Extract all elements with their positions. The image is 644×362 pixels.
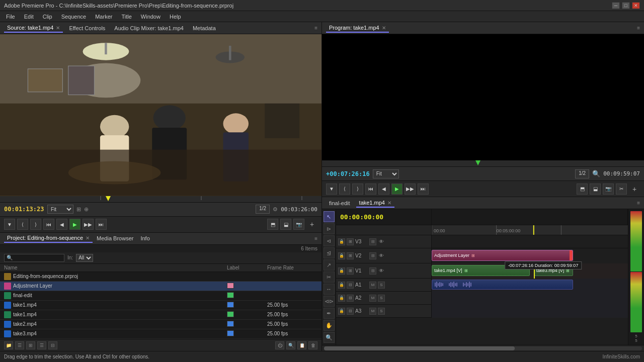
- auto-match-btn[interactable]: ⏻: [275, 341, 284, 349]
- v1-lock[interactable]: 🔒: [338, 267, 345, 275]
- project-panel-menu[interactable]: ≡: [314, 236, 317, 241]
- source-play-back-btn[interactable]: ◀: [56, 219, 67, 230]
- rolling-edit[interactable]: ⊴: [324, 247, 335, 258]
- a2-solo[interactable]: S: [378, 295, 385, 302]
- list-item[interactable]: take1.mp4 25.00 fps: [0, 310, 321, 320]
- source-play-btn[interactable]: ▶: [69, 219, 80, 230]
- source-go-in-btn[interactable]: ⏮: [43, 219, 54, 230]
- tab-audio-mixer[interactable]: Audio Clip Mixer: take1.mp4: [111, 24, 187, 32]
- source-timecode[interactable]: 00:01:13:23: [4, 206, 44, 213]
- close-btn[interactable]: ✕: [632, 2, 640, 9]
- a3-lock[interactable]: 🔒: [338, 308, 345, 315]
- tab-program[interactable]: Program: take1.mp4 ✕: [326, 24, 389, 33]
- program-add-btn[interactable]: +: [629, 184, 640, 195]
- rate-stretch[interactable]: ↗: [324, 259, 335, 270]
- menu-window[interactable]: Window: [137, 13, 165, 21]
- v2-sync[interactable]: ⊞: [347, 252, 354, 259]
- list-item[interactable]: Adjustment Layer: [0, 282, 321, 291]
- hand-tool[interactable]: ✋: [324, 320, 335, 331]
- program-step-fwd-btn[interactable]: ⟩: [352, 184, 363, 195]
- v2-lock[interactable]: 🔒: [338, 252, 345, 259]
- track-body-v1[interactable]: take1.mp4 [V] ⊞ take3.mp4 [V] ⊞: [432, 263, 628, 279]
- source-overwrite-btn[interactable]: ⬓: [280, 219, 291, 230]
- v3-sync[interactable]: ⊞: [347, 238, 354, 245]
- slip-tool[interactable]: ↔: [324, 284, 335, 295]
- menu-edit[interactable]: Edit: [20, 13, 38, 21]
- source-camera-btn[interactable]: 📷: [293, 219, 304, 230]
- list-item[interactable]: take2.mp4 25.00 fps: [0, 320, 321, 329]
- col-frame-rate[interactable]: Frame Rate: [267, 265, 317, 270]
- track-select-fwd[interactable]: ⊳: [324, 223, 335, 234]
- source-panel-menu[interactable]: ≡: [314, 25, 317, 31]
- program-mark-in-btn[interactable]: ▼: [326, 184, 337, 195]
- v1-sync[interactable]: ⊞: [347, 267, 354, 275]
- menu-clip[interactable]: Clip: [39, 13, 56, 21]
- clear-btn[interactable]: 🗑: [308, 341, 317, 349]
- take1-clip[interactable]: take1.mp4 [V] ⊞: [432, 265, 530, 276]
- source-safe-icon[interactable]: ⊞: [76, 206, 81, 213]
- search-input[interactable]: [4, 254, 64, 262]
- list-item[interactable]: Editing-from-sequence.prproj: [0, 272, 321, 282]
- program-trim-btn[interactable]: ✂: [616, 184, 627, 195]
- v3-lock[interactable]: 🔒: [338, 238, 345, 245]
- track-body-v2[interactable]: Adjustment Layer ⊞ -00:07:26:16 Duration…: [432, 248, 628, 263]
- col-label[interactable]: Label: [227, 265, 267, 270]
- tab-final-edit[interactable]: final-edit: [326, 199, 353, 207]
- a1-lock[interactable]: 🔒: [338, 282, 345, 289]
- tab-info[interactable]: Info: [137, 234, 152, 242]
- timeline-timecode[interactable]: 00:00:00:00: [340, 213, 383, 221]
- a2-sync[interactable]: ⊟: [347, 295, 354, 302]
- source-go-out-btn[interactable]: ⏭: [96, 219, 107, 230]
- adjustment-layer-clip[interactable]: Adjustment Layer ⊞: [432, 250, 573, 261]
- v3-toggle[interactable]: ⊟: [369, 238, 376, 245]
- scrollbar-thumb[interactable]: [324, 346, 515, 350]
- a1-solo[interactable]: S: [378, 282, 385, 289]
- source-add-btn[interactable]: +: [306, 219, 317, 230]
- icon-view-btn[interactable]: ⊞: [26, 341, 35, 349]
- list-item[interactable]: take3.mp4 25.00 fps: [0, 329, 321, 339]
- source-mark-in-btn[interactable]: ▼: [4, 219, 15, 230]
- v1-eye[interactable]: 👁: [378, 267, 385, 275]
- a3-sync[interactable]: ⊟: [347, 308, 354, 315]
- program-scope-icon[interactable]: 🔍: [592, 170, 600, 177]
- audio-clip-a1[interactable]: [432, 280, 573, 290]
- a3-mute[interactable]: M: [369, 308, 376, 315]
- program-step-back-btn[interactable]: ⟨: [339, 184, 350, 195]
- menu-sequence[interactable]: Sequence: [57, 13, 91, 21]
- track-body-a3[interactable]: [432, 305, 628, 318]
- a1-mute[interactable]: M: [369, 282, 376, 289]
- tab-source[interactable]: Source: take1.mp4 ✕: [4, 24, 63, 33]
- v3-eye[interactable]: 👁: [378, 238, 385, 245]
- source-insert-btn[interactable]: ⬒: [267, 219, 278, 230]
- program-fit-select[interactable]: Fit 25% 50% 100%: [373, 169, 399, 178]
- metadata-view-btn[interactable]: ⊟: [48, 341, 57, 349]
- select-tool[interactable]: ↖: [324, 211, 335, 222]
- list-view-btn[interactable]: ☰: [37, 341, 46, 349]
- program-play-back-btn[interactable]: ◀: [378, 184, 389, 195]
- take3-clip[interactable]: take3.mp4 [V] ⊞: [534, 265, 573, 276]
- track-body-v3[interactable]: [432, 235, 628, 248]
- new-sequence-btn[interactable]: 📋: [297, 341, 306, 349]
- track-body-a2[interactable]: [432, 292, 628, 305]
- program-play-fwd-btn[interactable]: ▶▶: [405, 184, 416, 195]
- source-scope-icon[interactable]: ⊕: [84, 206, 89, 213]
- zoom-tool[interactable]: 🔍: [324, 332, 335, 343]
- source-step-back-btn[interactable]: ⟨: [17, 219, 28, 230]
- source-play-fwd-btn[interactable]: ▶▶: [83, 219, 94, 230]
- new-bin-btn[interactable]: 📁: [4, 341, 13, 349]
- list-item[interactable]: final-edit: [0, 291, 321, 301]
- pen-tool[interactable]: ✒: [324, 308, 335, 319]
- v2-eye[interactable]: 👁: [378, 252, 385, 259]
- new-item-btn[interactable]: ☰: [15, 341, 24, 349]
- program-panel-menu[interactable]: ≡: [637, 25, 640, 31]
- menu-file[interactable]: File: [2, 13, 19, 21]
- slide-tool[interactable]: ⊲⊳: [324, 296, 335, 307]
- menu-marker[interactable]: Marker: [91, 13, 116, 21]
- program-lift-btn[interactable]: ⬒: [577, 184, 588, 195]
- source-step-fwd-btn[interactable]: ⟩: [30, 219, 41, 230]
- minimize-btn[interactable]: ─: [612, 2, 620, 9]
- tab-program-close[interactable]: ✕: [382, 25, 386, 31]
- v2-toggle[interactable]: ⊟: [369, 252, 376, 259]
- find-btn[interactable]: 🔍: [286, 341, 295, 349]
- in-select[interactable]: All: [76, 254, 93, 262]
